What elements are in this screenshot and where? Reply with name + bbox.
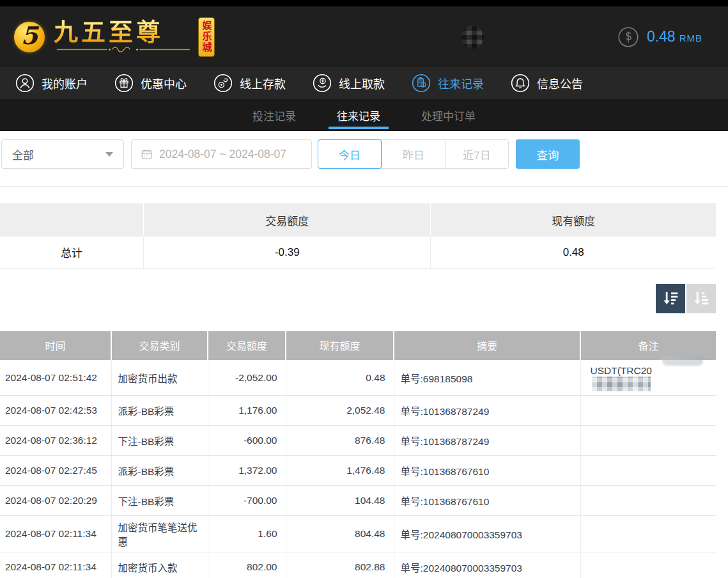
quick-range-group: 今日昨日近7日 (318, 139, 509, 169)
cell-time: 2024-08-07 02:11:34 (0, 515, 111, 552)
divider (0, 186, 728, 187)
tab-transaction-records[interactable]: 往来记录 (329, 99, 389, 131)
cell-amount: -700.00 (208, 485, 286, 515)
sort-ascending-icon (691, 288, 711, 309)
cell-balance: 0.48 (286, 361, 394, 396)
category-select[interactable]: 全部 (1, 139, 124, 169)
nav-item-label: 信息公告 (537, 75, 583, 91)
records-col-header-2: 交易额度 (208, 331, 286, 361)
tab-processing-orders[interactable]: 处理中订单 (413, 99, 484, 131)
cell-type: 加密货币出款 (111, 361, 208, 396)
cell-time: 2024-08-07 02:20:29 (0, 485, 111, 515)
brand-badge: 娱乐城 (198, 17, 215, 57)
records-table: 时间交易类别交易额度现有额度摘要备注 2024-08-07 02:51:42加密… (0, 331, 716, 578)
quick-range-button-1[interactable]: 昨日 (382, 140, 445, 168)
user-icon (15, 74, 35, 93)
cell-type: 下注-BB彩票 (111, 485, 208, 515)
cell-remark (580, 552, 716, 578)
summary-total-label: 总计 (0, 237, 144, 269)
table-row: 2024-08-07 02:36:12下注-BB彩票-600.00876.48单… (0, 425, 716, 455)
cell-summary: 单号:101368787249 (394, 395, 580, 425)
cell-summary: 单号:101368767610 (394, 455, 580, 485)
records-icon (412, 74, 431, 93)
cell-amount: 1.60 (208, 515, 286, 552)
cell-time: 2024-08-07 02:27:45 (0, 455, 111, 485)
records-col-header-4: 摘要 (394, 331, 580, 361)
cell-time: 2024-08-07 02:36:12 (0, 425, 111, 455)
table-row: 2024-08-07 02:51:42加密货币出款-2,052.000.48单号… (0, 361, 716, 396)
tab-bet-records[interactable]: 投注记录 (244, 99, 304, 131)
sort-descending-icon (660, 288, 681, 309)
nav-item-label: 线上取款 (339, 75, 385, 91)
nav-item-my-account[interactable]: 我的账户 (15, 74, 88, 93)
user-chip[interactable] (461, 26, 575, 49)
cell-amount: -600.00 (208, 425, 286, 455)
nav-item-promo-center[interactable]: 优惠中心 (114, 74, 187, 93)
table-row: 2024-08-07 02:11:34加密货币入款802.00802.88单号:… (0, 552, 716, 578)
records-header-row: 时间交易类别交易额度现有额度摘要备注 (0, 331, 716, 361)
cell-balance: 1,476.48 (286, 455, 394, 485)
cell-time: 2024-08-07 02:42:53 (0, 395, 111, 425)
records-col-header-3: 现有额度 (286, 331, 394, 361)
cell-amount: 1,176.00 (208, 395, 286, 425)
balance-amount: 0.48 (647, 28, 676, 45)
summary-col-header-1: 交易额度 (144, 203, 431, 237)
cell-type: 派彩-BB彩票 (111, 455, 208, 485)
cell-type: 派彩-BB彩票 (111, 395, 208, 425)
quick-range-button-2[interactable]: 近7日 (445, 140, 508, 168)
nav-item-online-withdraw[interactable]: 线上取款 (313, 74, 385, 93)
cell-summary: 单号:202408070003359703 (394, 515, 580, 552)
quick-range-button-0[interactable]: 今日 (318, 139, 382, 169)
main-nav: 我的账户优惠中心线上存款线上取款往来记录信息公告 (0, 67, 728, 99)
cell-amount: 802.00 (208, 552, 286, 578)
balance-chip: 0.48RMB (617, 26, 702, 48)
nav-item-online-deposit[interactable]: 线上存款 (213, 74, 286, 93)
search-button[interactable]: 查询 (516, 139, 580, 169)
deposit-icon (213, 74, 233, 93)
filter-bar: 全部 2024-08-07 ~ 2024-08-07 今日昨日近7日 查询 (1, 139, 728, 169)
summary-header-row: 交易额度现有额度 (0, 203, 716, 237)
records-col-header-0: 时间 (0, 331, 111, 361)
logo-monogram-icon: 5 (14, 22, 45, 52)
redaction-smudge (662, 355, 703, 366)
nav-item-label: 线上存款 (240, 75, 286, 91)
summary-current-total: 0.48 (431, 237, 716, 269)
cell-remark: USDT(TRC20 (580, 361, 716, 396)
nav-item-announcements[interactable]: 信息公告 (511, 74, 583, 93)
remark-redacted (592, 377, 651, 391)
cell-type: 下注-BB彩票 (111, 425, 208, 455)
records-col-header-1: 交易类别 (111, 331, 208, 361)
balance-currency: RMB (679, 33, 702, 43)
brand-name: 九五至尊 (54, 19, 193, 46)
top-strip (0, 0, 728, 6)
nav-item-transaction-records[interactable]: 往来记录 (412, 74, 484, 93)
nav-item-label: 往来记录 (438, 75, 484, 91)
withdraw-icon (313, 74, 332, 93)
summary-total-row: 总计-0.390.48 (0, 237, 716, 269)
remark-text: USDT(TRC20 (591, 365, 652, 376)
summary-table: 交易额度现有额度 总计-0.390.48 (0, 203, 716, 269)
chevron-down-icon (105, 152, 113, 157)
sort-descending-button[interactable] (656, 284, 685, 313)
cell-balance: 104.48 (286, 485, 394, 515)
summary-trade-total: -0.39 (144, 237, 431, 269)
date-range-input[interactable]: 2024-08-07 ~ 2024-08-07 (131, 139, 312, 169)
calendar-icon (141, 148, 153, 160)
cell-time: 2024-08-07 02:11:34 (0, 552, 111, 578)
cell-balance: 2,052.48 (286, 395, 394, 425)
sort-ascending-button[interactable] (686, 284, 716, 313)
cell-balance: 802.88 (286, 552, 394, 578)
cell-summary: 单号:101368767610 (394, 485, 580, 515)
date-range-value: 2024-08-07 ~ 2024-08-07 (159, 148, 286, 161)
cell-amount: 1,372.00 (208, 455, 286, 485)
cell-remark (580, 455, 716, 485)
dollar-coin-icon (617, 26, 639, 48)
table-row: 2024-08-07 02:11:34加密货币笔笔送优惠1.60804.48单号… (0, 515, 716, 552)
site-logo[interactable]: 5 九五至尊 娱乐城 (14, 17, 215, 57)
cell-remark (580, 485, 716, 515)
records-body: 2024-08-07 02:51:42加密货币出款-2,052.000.48单号… (0, 361, 716, 578)
sort-controls (0, 284, 716, 313)
avatar (461, 26, 484, 49)
table-row: 2024-08-07 02:27:45派彩-BB彩票1,372.001,476.… (0, 455, 716, 485)
cell-summary: 单号:101368787249 (394, 425, 580, 455)
